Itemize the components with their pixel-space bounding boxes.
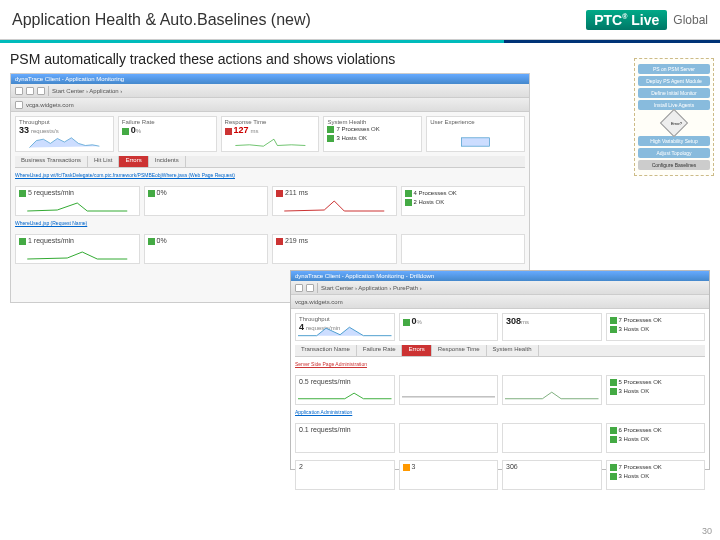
metric-throughput[interactable]: Throughput 4 requests/min <box>295 313 395 341</box>
metric-failure[interactable]: Failure Rate 0% <box>118 116 217 152</box>
metric-throughput[interactable]: Throughput 33 requests/s <box>15 116 114 152</box>
detail-cell: 1 requests/min <box>15 234 140 264</box>
sparkline-icon <box>18 135 111 149</box>
breadcrumb[interactable]: Start Center › Application › PurePath › <box>321 285 422 291</box>
transaction-link[interactable]: Application Administration <box>295 409 352 415</box>
nav-icon[interactable] <box>15 101 23 109</box>
toolbar-button[interactable] <box>295 284 303 292</box>
toolbar-button[interactable] <box>26 87 34 95</box>
detail-cell <box>502 375 602 405</box>
host-label: vcga.widgets.com <box>295 299 343 305</box>
detail-cell <box>502 423 602 453</box>
brand-logo: PTC® Live <box>586 10 667 30</box>
detail-cell: 5 Processes OK3 Hosts OK <box>606 375 706 405</box>
tab-transactions[interactable]: Business Transactions <box>15 156 88 167</box>
subtoolbar: vcga.widgets.com <box>11 98 529 112</box>
detail-cell: 0.5 requests/min <box>295 375 395 405</box>
tab-bar: Transaction Name Failure Rate Errors Res… <box>295 345 705 357</box>
tab-response[interactable]: Response Time <box>432 345 487 356</box>
tab-failure[interactable]: Failure Rate <box>357 345 403 356</box>
flow-step: Configure Baselines <box>638 160 710 170</box>
breadcrumb[interactable]: Start Center › Application › <box>52 88 122 94</box>
detail-cell: 6 Processes OK3 Hosts OK <box>606 423 706 453</box>
metric-response[interactable]: Response Time 127 ms <box>221 116 320 152</box>
detail-cell: 211 ms <box>272 186 397 216</box>
window-titlebar: dynaTrace Client - Application Monitorin… <box>291 271 709 281</box>
flowchart: PS on PSM Server Deploy PS Agent Module … <box>634 58 714 176</box>
metric-ux[interactable]: User Experience <box>426 116 525 152</box>
detail-cell: 0% <box>144 234 269 264</box>
flow-step: High Variability Setup <box>638 136 710 146</box>
detail-cell: 219 ms <box>272 234 397 264</box>
screenshot-bottom: dynaTrace Client - Application Monitorin… <box>290 270 710 470</box>
slide-subtitle: PSM automatically tracked these actions … <box>10 51 710 67</box>
status-dot-icon <box>122 128 129 135</box>
metric-health[interactable]: 7 Processes OK 3 Hosts OK <box>606 313 706 341</box>
metric-health[interactable]: System Health 7 Processes OK 3 Hosts OK <box>323 116 422 152</box>
toolbar-button[interactable] <box>306 284 314 292</box>
toolbar-button[interactable] <box>15 87 23 95</box>
slide-title: Application Health & Auto.Baselines (new… <box>12 11 311 29</box>
detail-cell: 0% <box>144 186 269 216</box>
slide-header: Application Health & Auto.Baselines (new… <box>0 0 720 40</box>
tab-incidents[interactable]: Incidents <box>149 156 186 167</box>
tab-errors[interactable]: Errors <box>402 345 431 356</box>
detail-cell <box>399 375 499 405</box>
flow-decision: Error? <box>660 109 688 137</box>
detail-cell: 4 Processes OK2 Hosts OK <box>401 186 526 216</box>
window-titlebar: dynaTrace Client - Application Monitorin… <box>11 74 529 84</box>
tab-errors[interactable]: Errors <box>119 156 148 167</box>
toolbar-button[interactable] <box>37 87 45 95</box>
detail-cell: 0.1 requests/min <box>295 423 395 453</box>
metric-failure[interactable]: 0% <box>399 313 499 341</box>
detail-cell: 5 requests/min <box>15 186 140 216</box>
detail-cell: 3 <box>399 460 499 490</box>
host-label: vcga.widgets.com <box>26 102 74 108</box>
screenshot-top: dynaTrace Client - Application Monitorin… <box>10 73 530 303</box>
brand-subtext: Global <box>673 13 708 27</box>
detail-cell <box>399 423 499 453</box>
transaction-link[interactable]: WhereUsed.jsp (Request Name) <box>15 220 87 226</box>
detail-cell: 306 <box>502 460 602 490</box>
flow-step: PS on PSM Server <box>638 64 710 74</box>
detail-cell: 7 Processes OK3 Hosts OK <box>606 460 706 490</box>
status-dot-icon <box>225 128 232 135</box>
toolbar: Start Center › Application › <box>11 84 529 98</box>
transaction-link[interactable]: WhereUsed.jsp wt/fc/TaskDelegate/com.ptc… <box>15 172 235 178</box>
detail-cell: 2 <box>295 460 395 490</box>
transaction-link[interactable]: Server Side Page Administration <box>295 361 367 367</box>
tab-health[interactable]: System Health <box>487 345 539 356</box>
flow-step: Adjust Topology <box>638 148 710 158</box>
tab-hitlist[interactable]: Hit List <box>88 156 119 167</box>
toolbar: Start Center › Application › PurePath › <box>291 281 709 295</box>
svg-rect-0 <box>462 138 490 146</box>
brand-block: PTC® Live Global <box>586 10 708 30</box>
flow-step: Define Initial Monitor <box>638 88 710 98</box>
detail-cell <box>401 234 526 264</box>
metric-response[interactable]: 308ms <box>502 313 602 341</box>
tab-bar: Business Transactions Hit List Errors In… <box>15 156 525 168</box>
flow-step: Deploy PS Agent Module <box>638 76 710 86</box>
tab-transaction[interactable]: Transaction Name <box>295 345 357 356</box>
page-number: 30 <box>702 526 712 536</box>
